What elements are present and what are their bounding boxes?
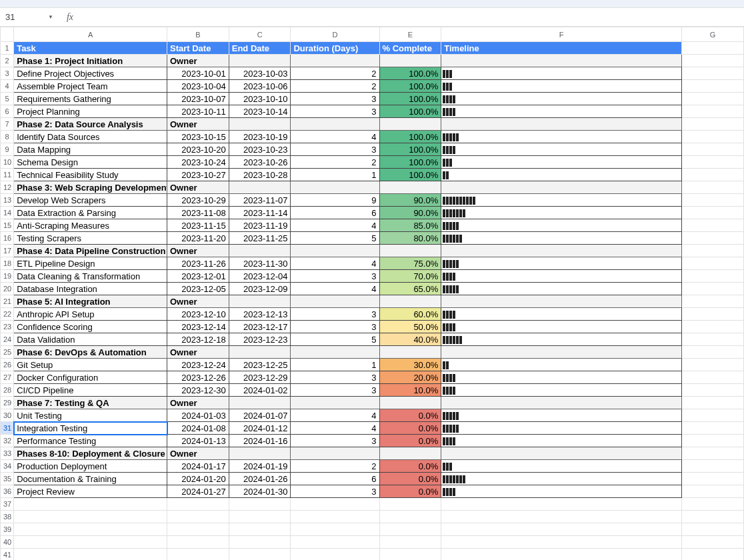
phase-owner-header[interactable]: Owner [167,55,229,67]
phase-title[interactable]: Phase 2: Data Source Analysis [14,118,167,131]
phase-owner-header[interactable]: Owner [167,397,229,409]
row-header[interactable]: 36 [1,485,14,498]
task-percent[interactable]: 100.0% [379,80,441,93]
phase-cell[interactable] [441,55,682,67]
row-header[interactable]: 8 [1,131,14,143]
row-header[interactable]: 39 [1,523,14,536]
task-name[interactable]: Data Validation [14,333,167,346]
header-cell[interactable]: Duration (Days) [291,42,379,55]
task-name[interactable]: Docker Configuration [14,371,167,384]
row-header[interactable]: 29 [1,397,14,409]
col-header-C[interactable]: C [229,27,291,42]
cell[interactable] [682,447,744,460]
task-start[interactable]: 2024-01-17 [167,460,229,473]
cell[interactable] [682,169,744,181]
task-end[interactable]: 2023-10-06 [229,80,291,93]
task-percent[interactable]: 50.0% [379,321,441,333]
phase-cell[interactable] [229,118,291,131]
row-header[interactable]: 4 [1,80,14,93]
cell[interactable] [379,498,441,511]
task-name[interactable]: CI/CD Pipeline [14,384,167,397]
phase-owner-header[interactable]: Owner [167,118,229,131]
task-duration[interactable]: 3 [291,93,379,105]
cell[interactable] [682,257,744,270]
task-start[interactable]: 2023-10-11 [167,105,229,118]
col-header-E[interactable]: E [379,27,441,42]
cell[interactable] [291,523,379,536]
header-cell[interactable]: Task [14,42,167,55]
col-header-D[interactable]: D [291,27,379,42]
task-end[interactable]: 2023-10-28 [229,169,291,181]
task-timeline[interactable] [441,473,682,485]
task-percent[interactable]: 90.0% [379,194,441,207]
phase-title[interactable]: Phase 3: Web Scraping Development [14,181,167,194]
cell[interactable] [441,536,682,549]
task-duration[interactable]: 4 [291,219,379,232]
task-start[interactable]: 2023-11-26 [167,257,229,270]
task-percent[interactable]: 0.0% [379,473,441,485]
cell[interactable] [291,536,379,549]
cell[interactable] [229,511,291,523]
cell[interactable] [379,549,441,561]
task-name[interactable]: Develop Web Scrapers [14,194,167,207]
cell[interactable] [682,371,744,384]
row-header[interactable]: 38 [1,511,14,523]
task-start[interactable]: 2024-01-08 [167,422,229,435]
row-header[interactable]: 17 [1,245,14,257]
task-duration[interactable]: 5 [291,333,379,346]
formula-input[interactable] [79,11,741,24]
task-timeline[interactable] [441,435,682,447]
name-box[interactable]: 31 [3,12,43,22]
cell[interactable] [682,536,744,549]
task-start[interactable]: 2023-10-15 [167,131,229,143]
task-duration[interactable]: 4 [291,131,379,143]
cell[interactable] [291,498,379,511]
task-timeline[interactable] [441,219,682,232]
phase-cell[interactable] [229,346,291,359]
task-timeline[interactable] [441,333,682,346]
cell[interactable] [682,397,744,409]
phase-title[interactable]: Phase 4: Data Pipeline Construction [14,245,167,257]
col-header-B[interactable]: B [167,27,229,42]
task-start[interactable]: 2023-12-30 [167,384,229,397]
task-start[interactable]: 2023-12-10 [167,308,229,321]
row-header[interactable]: 41 [1,549,14,561]
cell[interactable] [682,93,744,105]
task-percent[interactable]: 100.0% [379,156,441,169]
cell[interactable] [229,523,291,536]
cell[interactable] [14,498,167,511]
task-name[interactable]: Data Mapping [14,143,167,156]
cell[interactable] [682,523,744,536]
task-name[interactable]: Git Setup [14,359,167,371]
cell[interactable] [682,118,744,131]
task-end[interactable]: 2024-01-26 [229,473,291,485]
phase-cell[interactable] [229,181,291,194]
row-header[interactable]: 27 [1,371,14,384]
cell[interactable] [682,473,744,485]
task-name[interactable]: Anthropic API Setup [14,308,167,321]
task-percent[interactable]: 40.0% [379,333,441,346]
row-header[interactable]: 2 [1,55,14,67]
phase-cell[interactable] [291,55,379,67]
task-name[interactable]: Confidence Scoring [14,321,167,333]
task-percent[interactable]: 75.0% [379,257,441,270]
cell[interactable] [682,143,744,156]
task-end[interactable]: 2023-12-25 [229,359,291,371]
cell[interactable] [682,194,744,207]
task-duration[interactable]: 3 [291,321,379,333]
row-header[interactable]: 35 [1,473,14,485]
cell[interactable] [682,55,744,67]
task-timeline[interactable] [441,80,682,93]
task-timeline[interactable] [441,143,682,156]
phase-cell[interactable] [441,295,682,308]
task-name[interactable]: Define Project Objectives [14,67,167,80]
task-duration[interactable]: 3 [291,105,379,118]
task-percent[interactable]: 100.0% [379,131,441,143]
name-box-dropdown-icon[interactable]: ▼ [48,14,53,20]
cell[interactable] [229,498,291,511]
task-start[interactable]: 2023-11-15 [167,219,229,232]
task-start[interactable]: 2023-12-18 [167,333,229,346]
task-end[interactable]: 2024-01-16 [229,435,291,447]
cell[interactable] [682,207,744,219]
task-timeline[interactable] [441,270,682,283]
